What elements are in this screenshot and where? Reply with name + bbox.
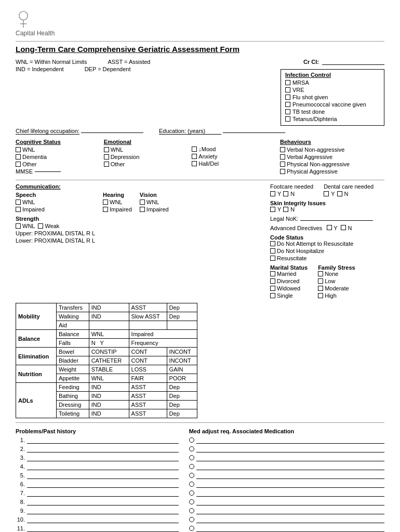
med-7 [189, 489, 384, 497]
adv-label: Advanced Directives [270, 225, 322, 231]
skin-n-cb[interactable] [283, 207, 288, 212]
prob-4-input[interactable] [27, 463, 179, 470]
mob-a-ind [89, 321, 129, 330]
mmse-input[interactable] [35, 171, 61, 172]
bal-falls: Falls [56, 339, 89, 348]
cs-dnh-cb[interactable] [270, 248, 275, 254]
prob-3-input[interactable] [27, 454, 179, 461]
vis-wnl-cb[interactable] [140, 200, 145, 205]
mood-cb[interactable] [192, 147, 197, 152]
vis-imp-cb[interactable] [140, 207, 145, 212]
med-7-input[interactable] [196, 489, 384, 497]
mar-married-cb[interactable] [270, 271, 275, 276]
mar-widowed-cb[interactable] [270, 286, 275, 291]
cog-wnl-cb[interactable] [16, 147, 21, 152]
elim-b-incont: INCONT [167, 348, 197, 356]
ic-tetanus-checkbox[interactable] [285, 116, 290, 122]
str-wnl: WNL [16, 223, 35, 229]
fs-low-cb[interactable] [318, 278, 323, 284]
fs-none-cb[interactable] [318, 271, 323, 276]
cr-cl-input[interactable] [322, 64, 384, 65]
dental-y-cb[interactable] [324, 191, 329, 196]
cog-other-cb[interactable] [16, 162, 21, 167]
occupation-input[interactable] [81, 132, 143, 133]
prob-10-input[interactable] [27, 516, 179, 523]
skin-y-cb[interactable] [270, 207, 275, 212]
beh-pna-cb[interactable] [280, 162, 285, 167]
hear-wnl-cb[interactable] [103, 200, 108, 205]
footcare-n-cb[interactable] [283, 191, 288, 196]
med-10-input[interactable] [196, 516, 384, 523]
ic-pneumo-checkbox[interactable] [285, 102, 290, 107]
prob-6-input[interactable] [27, 481, 179, 488]
emo-depression-cb[interactable] [104, 154, 109, 159]
dental-yn: Y N [324, 191, 374, 197]
prob-8: 8. [16, 498, 179, 506]
cog-dementia-cb[interactable] [16, 154, 21, 159]
prob-5: 5. [16, 472, 179, 479]
med-11-input[interactable] [196, 525, 384, 532]
prob-9-input[interactable] [27, 507, 179, 514]
lower-label: Lower: PROXIMAL DISTAL R L [16, 237, 95, 244]
speech-wnl-cb[interactable] [16, 200, 21, 205]
mood-block: ↓Mood Anxiety Hall/Del [192, 139, 272, 176]
cognitive-header: Cognitive Status [16, 139, 96, 145]
prob-8-input[interactable] [27, 498, 179, 506]
prob-2-input[interactable] [27, 445, 179, 453]
med-6-input[interactable] [196, 481, 384, 488]
cs-dnr-cb[interactable] [270, 241, 275, 246]
str-wnl-cb[interactable] [16, 223, 21, 229]
ic-tb-checkbox[interactable] [285, 109, 290, 114]
prob-5-input[interactable] [27, 472, 179, 479]
med-2-input[interactable] [196, 445, 384, 453]
str-weak-cb[interactable] [38, 223, 43, 229]
speech-header: Speech [16, 192, 95, 198]
hear-imp-cb[interactable] [103, 207, 108, 212]
mar-divorced-cb[interactable] [270, 278, 275, 284]
ic-mrsa-checkbox[interactable] [285, 80, 290, 85]
anxiety-item: Anxiety [192, 153, 272, 159]
mar-single-cb[interactable] [270, 293, 275, 298]
beh-vna-cb[interactable] [280, 147, 285, 152]
med-11 [189, 525, 384, 532]
education-input[interactable] [223, 132, 285, 133]
prob-11: 11. [16, 525, 179, 532]
fs-mod-cb[interactable] [318, 286, 323, 291]
footcare-y-cb[interactable] [270, 191, 275, 196]
adl-d-dep: Dep [167, 401, 197, 409]
adv-n-cb[interactable] [341, 225, 346, 230]
prob-11-input[interactable] [27, 525, 179, 532]
right-panel: Footcare needed Y N Dental care needed Y… [270, 183, 384, 300]
emo-other-cb[interactable] [104, 162, 109, 167]
adv-y-cb[interactable] [327, 225, 332, 230]
mmse-label: MMSE [16, 168, 33, 175]
hearing-col: Hearing WNL Impaired [103, 192, 132, 244]
fs-high-cb[interactable] [318, 293, 323, 298]
dental-n-cb[interactable] [337, 191, 342, 196]
med-9-input[interactable] [196, 507, 384, 514]
nutr-label: Nutrition [16, 365, 57, 383]
emo-wnl-cb[interactable] [104, 147, 109, 152]
med-4 [189, 463, 384, 470]
prob-1-input[interactable] [27, 436, 179, 444]
med-8-input[interactable] [196, 498, 384, 506]
halldel-cb[interactable] [192, 161, 197, 166]
logo-area: Capital Health [16, 10, 384, 37]
beh-va-cb[interactable] [280, 154, 285, 159]
med-3-input[interactable] [196, 454, 384, 461]
prob-7-input[interactable] [27, 489, 179, 497]
ic-vre-checkbox[interactable] [285, 87, 290, 92]
beh-pa-cb[interactable] [280, 169, 285, 174]
logo-icon [16, 10, 31, 29]
ic-flu-checkbox[interactable] [285, 95, 290, 100]
mob-w-ind: IND [89, 312, 129, 321]
med-1-input[interactable] [196, 436, 384, 444]
cs-res-cb[interactable] [270, 256, 275, 261]
speech-imp-cb[interactable] [16, 207, 21, 212]
mar-widowed: Widowed [270, 285, 308, 291]
legal-input[interactable] [300, 220, 373, 221]
med-5-input[interactable] [196, 472, 384, 479]
med-4-input[interactable] [196, 463, 384, 470]
marital-header: Marital Status [270, 264, 308, 271]
anxiety-cb[interactable] [192, 154, 197, 159]
